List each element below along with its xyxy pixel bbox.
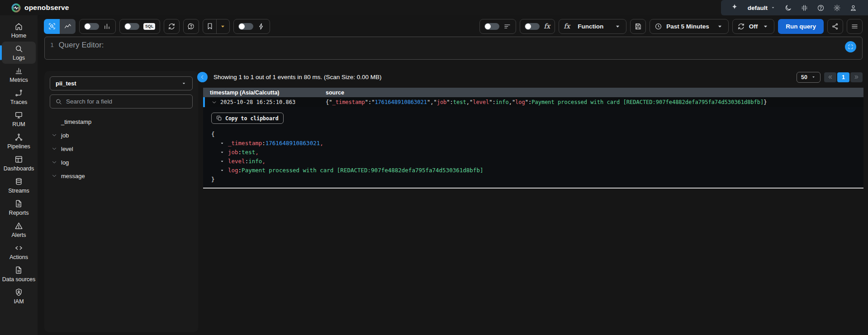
fx-editor-toggle[interactable] xyxy=(525,23,540,30)
dark-mode-icon[interactable] xyxy=(784,4,792,12)
function-dropdown-label: Function xyxy=(574,23,610,30)
sidebar-item-label: IAM xyxy=(14,298,24,305)
log-table-row[interactable]: 2025-10-28 16:25:10.863 {"_timestamp":"1… xyxy=(203,97,863,107)
visualize-mode-button[interactable] xyxy=(60,19,76,34)
quick-mode-toggle[interactable] xyxy=(238,23,253,30)
org-selector[interactable]: default xyxy=(748,5,776,11)
chevron-down-icon xyxy=(770,5,776,10)
query-help-button[interactable] xyxy=(183,19,199,34)
sql-mode-toggle-group: SQL xyxy=(119,19,160,34)
field-search-input[interactable] xyxy=(66,98,187,105)
share-button[interactable] xyxy=(827,19,843,34)
function-dropdown[interactable]: fx Function xyxy=(559,19,626,34)
field-item-log[interactable]: log xyxy=(50,156,193,169)
profile-icon[interactable] xyxy=(849,4,857,12)
collapse-fields-button[interactable] xyxy=(197,72,208,82)
page-size-dropdown[interactable]: 50 xyxy=(797,72,821,83)
home-icon xyxy=(14,22,23,31)
field-item-message[interactable]: message xyxy=(50,169,193,183)
search-results-mode-button[interactable] xyxy=(44,19,60,34)
chevron-left-icon xyxy=(199,74,205,80)
row-expand-icon[interactable] xyxy=(211,99,217,105)
json-collapse-icon[interactable] xyxy=(219,159,225,164)
stream-lines-toggle[interactable] xyxy=(484,23,499,30)
org-selector-value: default xyxy=(748,5,768,11)
sidebar-item-traces[interactable]: Traces xyxy=(2,86,36,108)
saved-views-group xyxy=(203,19,230,34)
bookmark-icon[interactable] xyxy=(206,22,214,30)
sidebar-item-alerts[interactable]: Alerts xyxy=(2,219,36,241)
ai-sparkle-icon[interactable] xyxy=(730,3,739,12)
json-collapse-icon[interactable] xyxy=(219,141,225,146)
brand-name: openobserve xyxy=(24,4,69,12)
result-mode-switch xyxy=(44,19,76,34)
more-menu-button[interactable] xyxy=(847,19,863,34)
stream-selector[interactable]: pii_test xyxy=(50,76,193,90)
sidebar-item-home[interactable]: Home xyxy=(2,19,36,42)
save-function-button[interactable] xyxy=(630,19,646,34)
sql-mode-toggle[interactable] xyxy=(124,23,139,30)
query-editor-expand-button[interactable] xyxy=(845,41,856,52)
previous-page-button[interactable] xyxy=(824,72,836,82)
source-column-header: source xyxy=(326,90,863,96)
rum-icon xyxy=(14,111,23,119)
histogram-toggle[interactable] xyxy=(84,23,99,30)
run-query-button[interactable]: Run query xyxy=(778,19,824,34)
toolbar-right-group: fx fx Function Past 5 Minutes Off xyxy=(479,19,863,34)
json-collapse-icon[interactable] xyxy=(219,168,225,173)
field-item-job[interactable]: job xyxy=(50,128,193,142)
page-size-value: 50 xyxy=(801,74,807,80)
copy-button-label: Copy to clipboard xyxy=(225,115,279,122)
results-bar: Showing 1 to 1 out of 1 events in 80 ms.… xyxy=(203,71,863,83)
json-row-_timestamp: _timestamp:1761648910863021, xyxy=(211,139,857,148)
clock-icon xyxy=(655,23,662,30)
next-page-button[interactable] xyxy=(850,72,863,82)
metrics-icon xyxy=(14,66,23,75)
sidebar-item-dashboards[interactable]: Dashboards xyxy=(2,152,36,175)
saved-views-dropdown-icon[interactable] xyxy=(219,23,227,30)
scan-search-icon xyxy=(48,22,56,30)
alerts-icon xyxy=(14,222,23,230)
sql-badge-icon: SQL xyxy=(143,23,155,30)
fx-icon: fx xyxy=(544,22,550,30)
sidebar-item-label: Actions xyxy=(9,254,28,260)
sidebar-item-data-sources[interactable]: Data sources xyxy=(2,263,36,285)
auto-refresh-dropdown[interactable]: Off xyxy=(732,19,775,34)
stream-lines-toggle-group xyxy=(479,19,516,34)
time-range-dropdown[interactable]: Past 5 Minutes xyxy=(650,19,729,34)
traces-icon xyxy=(14,89,23,97)
field-item-_timestamp[interactable]: _timestamp xyxy=(50,115,193,128)
json-collapse-icon[interactable] xyxy=(219,150,225,155)
sidebar-item-reports[interactable]: Reports xyxy=(2,197,36,219)
sidebar-item-label: Home xyxy=(11,33,26,39)
field-list: _timestampjoblevellogmessage xyxy=(50,115,193,183)
search-icon xyxy=(55,98,62,105)
settings-icon[interactable] xyxy=(833,4,841,12)
logs-toolbar: SQL xyxy=(38,15,868,37)
field-item-level[interactable]: level xyxy=(50,142,193,156)
sidebar-item-pipelines[interactable]: Pipelines xyxy=(2,130,36,152)
query-editor[interactable]: 1 Query Editor: xyxy=(44,37,863,60)
expand-icon xyxy=(848,44,854,50)
results-summary: Showing 1 to 1 out of 1 events in 80 ms.… xyxy=(213,74,381,80)
help-icon[interactable] xyxy=(817,4,825,12)
row-detail-panel: Copy to clipboard { _timestamp:176164891… xyxy=(203,107,863,189)
sidebar-item-streams[interactable]: Streams xyxy=(2,175,36,197)
copy-to-clipboard-button[interactable]: Copy to clipboard xyxy=(211,113,284,124)
sidebar-item-metrics[interactable]: Metrics xyxy=(2,64,36,86)
page-number-button[interactable]: 1 xyxy=(837,72,849,82)
sidebar-item-rum[interactable]: RUM xyxy=(2,108,36,130)
slack-icon[interactable] xyxy=(801,4,808,12)
fx-editor-toggle-group: fx xyxy=(520,19,555,34)
fx-icon: fx xyxy=(564,22,570,30)
sidebar-item-iam[interactable]: IAM xyxy=(2,285,36,307)
sidebar-item-logs[interactable]: Logs xyxy=(2,42,36,64)
json-row-job: job:test, xyxy=(211,148,857,157)
log-table: timestamp (Asia/Calcutta) source 2025-10… xyxy=(203,88,863,189)
left-nav-sidebar: HomeLogsMetricsTracesRUMPipelinesDashboa… xyxy=(0,15,38,335)
json-row-log: log:Payment processed with card [REDACTE… xyxy=(211,166,857,175)
sidebar-item-actions[interactable]: Actions xyxy=(2,241,36,263)
sidebar-item-label: Dashboards xyxy=(4,165,34,172)
dashboards-icon xyxy=(14,155,23,164)
sync-button[interactable] xyxy=(164,19,180,34)
